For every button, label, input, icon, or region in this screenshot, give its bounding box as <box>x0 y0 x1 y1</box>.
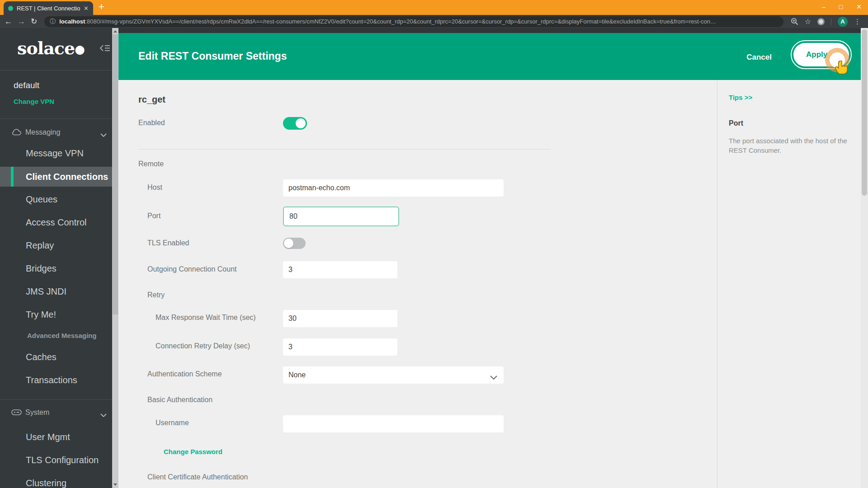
bookmark-star-icon[interactable]: ☆ <box>805 17 811 26</box>
consumer-name: rc_get <box>138 94 165 105</box>
chevron-down-icon[interactable] <box>100 411 107 419</box>
connection-retry-delay-label: Connection Retry Delay (sec) <box>156 342 250 350</box>
host-label: Host <box>147 183 162 192</box>
page-info-icon[interactable]: ⓘ <box>50 18 56 26</box>
client-certificate-section-label: Client Certificate Authentication <box>147 473 248 481</box>
sidebar-item-transactions[interactable]: Transactions <box>26 375 77 385</box>
extension-icon[interactable] <box>817 18 825 25</box>
cancel-button[interactable]: Cancel <box>746 53 772 62</box>
page-title: Edit REST Consumer Settings <box>138 50 287 62</box>
edit-settings-header: Edit REST Consumer Settings Cancel Apply <box>118 33 861 80</box>
main-content: Edit REST Consumer Settings Cancel Apply… <box>118 28 861 488</box>
browser-titlebar: REST | Client Connections ✕ + – □ ✕ <box>0 0 868 15</box>
sidebar-item-try-me[interactable]: Try Me! <box>26 310 56 320</box>
scrollbar-thumb[interactable] <box>862 29 867 196</box>
system-icon <box>11 409 22 417</box>
sidebar-item-user-mgmt[interactable]: User Mgmt <box>26 432 70 442</box>
host-input[interactable] <box>283 179 504 197</box>
max-response-wait-input[interactable] <box>283 310 397 327</box>
maximize-button[interactable]: □ <box>839 2 843 11</box>
url-bar[interactable]: ⓘ localhost:8080/#/msg-vpns/ZGVmYXVsdA==… <box>44 16 783 27</box>
hand-cursor-icon <box>835 61 848 77</box>
username-input[interactable] <box>283 415 504 432</box>
toggle-knob <box>284 239 293 248</box>
sidebar-item-bridges[interactable]: Bridges <box>26 263 57 274</box>
change-vpn-link[interactable]: Change VPN <box>14 98 54 105</box>
browser-window: REST | Client Connections ✕ + – □ ✕ ← → … <box>0 0 868 488</box>
port-label: Port <box>147 212 160 220</box>
window-controls: – □ ✕ <box>822 2 862 11</box>
solace-logo: solace● <box>17 38 85 58</box>
section-label: System <box>25 408 49 417</box>
zoom-icon[interactable] <box>791 18 798 25</box>
sidebar-section-system[interactable]: System <box>0 408 112 418</box>
url-path: :8080/#/msg-vpns/ZGVmYXVsdA==/client/res… <box>85 18 716 25</box>
retry-section-label: Retry <box>147 291 165 299</box>
sidebar-scrollbar[interactable] <box>112 28 118 488</box>
refresh-icon[interactable]: ↻ <box>31 18 37 25</box>
tab-title: REST | Client Connections <box>17 5 80 12</box>
section-label: Messaging <box>25 128 60 136</box>
sidebar-item-advanced-messaging[interactable]: Advanced Messaging <box>27 332 96 339</box>
form-panel: rc_get Enabled Remote Host Port TLS Enab… <box>118 80 861 488</box>
authentication-scheme-label: Authentication Scheme <box>147 370 222 378</box>
toolbar-right: ☆ A ⋮ <box>791 17 863 27</box>
change-password-link[interactable]: Change Password <box>164 448 222 455</box>
profile-avatar[interactable]: A <box>838 17 848 27</box>
sidebar-item-client-connections[interactable]: Client Connections <box>0 167 112 187</box>
tips-body-text: The port associated with the host of the… <box>729 136 847 155</box>
sidebar-item-jms-jndi[interactable]: JMS JNDI <box>26 286 66 297</box>
new-tab-button[interactable]: + <box>99 1 104 13</box>
scroll-down-arrow-icon[interactable] <box>113 483 117 486</box>
sidebar-divider <box>0 70 112 70</box>
remote-section-label: Remote <box>138 160 164 168</box>
solace-logo-dot: ● <box>75 42 85 56</box>
chevron-down-icon[interactable] <box>100 131 107 139</box>
url-text: localhost:8080/#/msg-vpns/ZGVmYXVsdA==/c… <box>59 18 716 25</box>
sidebar-divider <box>0 399 112 400</box>
selected-indicator-bar <box>11 167 14 187</box>
sidebar-item-caches[interactable]: Caches <box>26 352 57 362</box>
toggle-knob <box>296 118 306 128</box>
toolbar-divider <box>831 18 831 25</box>
sidebar-item-message-vpn[interactable]: Message VPN <box>26 148 84 159</box>
selected-option: None <box>288 371 306 379</box>
browser-menu-icon[interactable]: ⋮ <box>854 18 861 26</box>
enabled-label: Enabled <box>138 119 165 127</box>
authentication-scheme-select[interactable]: None <box>283 366 504 384</box>
tls-enabled-toggle[interactable] <box>283 238 306 249</box>
outgoing-connection-count-label: Outgoing Connection Count <box>147 265 236 273</box>
cloud-icon <box>11 129 22 137</box>
chevron-down-icon <box>490 373 497 381</box>
close-button[interactable]: ✕ <box>856 2 862 11</box>
minimize-button[interactable]: – <box>822 2 826 11</box>
tab-close-icon[interactable]: ✕ <box>84 5 89 12</box>
connection-retry-delay-input[interactable] <box>283 338 397 356</box>
max-response-wait-label: Max Response Wait Time (sec) <box>156 314 256 322</box>
outgoing-connection-count-input[interactable] <box>283 261 397 278</box>
port-input[interactable] <box>283 206 399 226</box>
sidebar-item-tls-configuration[interactable]: TLS Configuration <box>26 455 99 465</box>
enabled-toggle[interactable] <box>283 117 307 130</box>
username-label: Username <box>156 419 189 427</box>
browser-tab[interactable]: REST | Client Connections ✕ <box>4 1 93 15</box>
current-vpn-name: default <box>14 80 39 90</box>
tips-panel-divider <box>717 80 717 488</box>
tab-favicon-icon <box>8 6 13 11</box>
scroll-up-arrow-icon[interactable] <box>113 30 117 33</box>
sidebar-collapse-icon[interactable] <box>99 44 110 54</box>
page-scrollbar[interactable] <box>861 28 868 488</box>
sidebar-section-messaging[interactable]: Messaging <box>0 127 112 137</box>
sidebar-item-queues[interactable]: Queues <box>26 194 57 205</box>
browser-toolbar: ← → ↻ ⓘ localhost:8080/#/msg-vpns/ZGVmYX… <box>0 15 868 28</box>
scrollbar-thumb[interactable] <box>113 34 118 314</box>
url-host: localhost <box>59 18 85 25</box>
sidebar-item-clustering[interactable]: Clustering <box>26 478 66 488</box>
tips-heading: Port <box>729 119 743 127</box>
tips-link[interactable]: Tips >> <box>729 94 752 101</box>
back-icon[interactable]: ← <box>5 18 12 25</box>
sidebar-item-access-control[interactable]: Access Control <box>26 217 87 228</box>
forward-icon[interactable]: → <box>18 18 25 25</box>
sidebar: solace● default Change VPN Messaging <box>0 28 112 488</box>
sidebar-item-replay[interactable]: Replay <box>26 240 54 251</box>
